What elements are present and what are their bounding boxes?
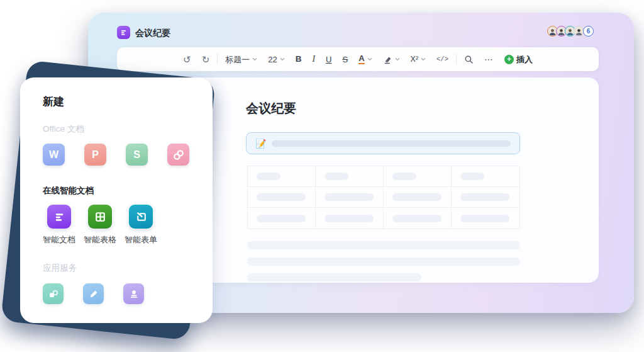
signature-pen-icon	[88, 288, 99, 300]
signature-service-tile[interactable]	[83, 283, 104, 304]
doc-lines-icon	[119, 28, 128, 37]
pdf-icon	[172, 148, 186, 162]
office-doc-row: W P S	[43, 144, 189, 166]
new-smart-form[interactable]: 智能表单	[125, 205, 157, 246]
workflow-icon	[48, 288, 59, 300]
smart-doc-label: 智能文档	[43, 234, 75, 246]
toolbar-divider	[217, 54, 218, 64]
text-placeholder	[247, 241, 520, 249]
smart-form-tile	[129, 205, 153, 229]
formatting-toolbar: ↺ ↻ 标题一 22 B I U S A	[117, 47, 599, 71]
code-icon: </>	[436, 56, 448, 63]
table-cell-placeholder	[248, 166, 316, 187]
plus-icon: +	[504, 55, 514, 64]
paragraph-style-label: 标题一	[225, 55, 250, 64]
panel-title: 新建	[43, 94, 64, 109]
person-icon	[566, 28, 574, 36]
superscript-dropdown[interactable]: X²	[408, 54, 430, 65]
office-section-label: Office 文档	[43, 123, 84, 135]
table-cell-placeholder	[452, 187, 519, 208]
new-smart-doc[interactable]: 智能文档	[43, 205, 75, 246]
screenshot-stage: 会议纪要 6 ↺ ↻	[0, 0, 644, 352]
placeholder-table	[247, 166, 520, 229]
undo-icon: ↺	[183, 55, 191, 64]
smart-doc-tile	[47, 205, 71, 229]
more-button[interactable]: ⋯	[481, 53, 497, 65]
italic-button[interactable]: I	[309, 53, 318, 65]
search-button[interactable]	[461, 53, 477, 66]
stamp-icon	[128, 288, 140, 300]
new-smart-sheet[interactable]: 智能表格	[84, 205, 116, 246]
window-title: 会议纪要	[135, 28, 170, 39]
collaborator-count-badge[interactable]: 6	[583, 26, 594, 37]
chevron-down-icon	[395, 57, 400, 61]
font-size-dropdown[interactable]: 22	[265, 54, 287, 65]
document-icon	[117, 26, 130, 39]
table-cell-placeholder	[248, 187, 316, 208]
chevron-down-icon	[421, 57, 426, 61]
services-section-label: 应用服务	[43, 263, 77, 274]
inline-note-input[interactable]: 📝	[246, 132, 520, 154]
strikethrough-button[interactable]: S	[339, 54, 351, 65]
smart-doc-row: 智能文档 智能表格 智	[43, 205, 157, 246]
toolbar-divider	[456, 54, 457, 64]
new-spreadsheet-tile[interactable]: S	[126, 144, 148, 166]
person-icon	[575, 28, 583, 36]
redo-icon: ↻	[202, 55, 210, 64]
new-word-doc-tile[interactable]: W	[43, 144, 65, 166]
memo-icon: 📝	[255, 139, 266, 148]
table-cell-placeholder	[452, 208, 519, 229]
table-cell-placeholder	[248, 208, 316, 229]
person-icon	[548, 28, 557, 36]
person-icon	[557, 28, 565, 36]
app-services-row	[43, 283, 144, 304]
form-icon	[135, 210, 148, 224]
code-button[interactable]: </>	[433, 54, 452, 65]
table-cell-placeholder	[316, 187, 384, 208]
highlighter-icon	[383, 55, 392, 64]
font-color-icon: A	[358, 54, 364, 64]
titlebar: 会议纪要 6	[88, 13, 634, 52]
input-placeholder-bar	[272, 140, 511, 147]
search-icon	[464, 55, 474, 64]
presentation-letter: P	[92, 149, 99, 161]
word-letter: W	[49, 149, 58, 161]
chevron-down-icon	[367, 57, 372, 61]
more-icon: ⋯	[484, 55, 494, 64]
smart-sheet-label: 智能表格	[84, 234, 116, 246]
highlight-dropdown[interactable]	[380, 53, 403, 66]
stamp-service-tile[interactable]	[123, 283, 144, 304]
document-heading: 会议纪要	[246, 100, 296, 117]
paragraph-style-dropdown[interactable]: 标题一	[222, 54, 260, 65]
chevron-down-icon	[252, 57, 257, 61]
table-cell-placeholder	[316, 166, 384, 187]
redo-button[interactable]: ↻	[199, 53, 213, 66]
insert-label: 插入	[516, 55, 533, 64]
smart-form-label: 智能表单	[125, 234, 157, 246]
table-cell-placeholder	[384, 166, 452, 187]
text-placeholder	[247, 273, 421, 281]
smart-sheet-tile	[88, 205, 112, 229]
doc-lines-icon	[53, 210, 66, 224]
chevron-down-icon	[280, 57, 285, 61]
collaborator-avatars: 6	[549, 26, 594, 37]
table-cell-placeholder	[452, 166, 519, 187]
smart-section-label: 在线智能文档	[43, 185, 94, 196]
undo-button[interactable]: ↺	[180, 53, 194, 66]
workflow-service-tile[interactable]	[43, 283, 64, 304]
bold-button[interactable]: B	[292, 53, 305, 65]
font-color-dropdown[interactable]: A	[355, 52, 375, 66]
new-document-panel: 新建 Office 文档 W P S 在线智能文档	[20, 77, 213, 323]
spreadsheet-letter: S	[133, 149, 140, 161]
grid-icon	[94, 210, 107, 224]
font-size-value: 22	[268, 55, 277, 64]
table-cell-placeholder	[316, 208, 384, 229]
underline-button[interactable]: U	[323, 54, 335, 65]
table-cell-placeholder	[384, 187, 452, 208]
new-presentation-tile[interactable]: P	[84, 144, 106, 166]
superscript-icon: X²	[411, 55, 419, 64]
insert-button[interactable]: + 插入	[501, 53, 536, 66]
new-pdf-tile[interactable]	[167, 144, 189, 166]
text-placeholder	[247, 258, 520, 266]
table-cell-placeholder	[384, 208, 452, 229]
